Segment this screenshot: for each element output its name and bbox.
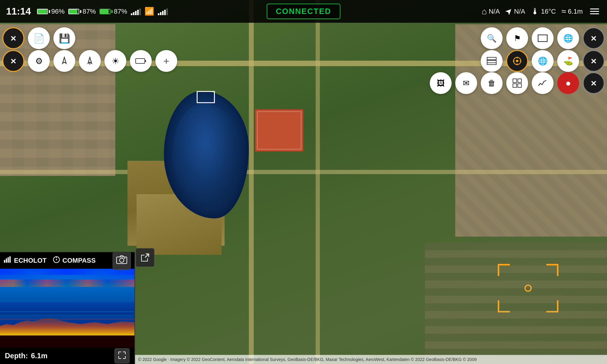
svg-point-24 [56, 259, 57, 260]
mail-button[interactable]: ✉ [455, 72, 477, 94]
battery-2-tip [80, 10, 81, 13]
temperature-icon: 🌡 [531, 6, 539, 16]
svg-point-27 [120, 258, 124, 262]
target-location-button[interactable] [506, 50, 528, 72]
close-button-1[interactable]: × [2, 27, 24, 49]
echolot-icon [4, 256, 12, 265]
signal-bar2-5 [166, 8, 168, 15]
brightness-button[interactable]: ☀ [104, 50, 126, 72]
settings-button[interactable]: ⚙ [28, 50, 50, 72]
attribution-bar: © 2022 Google · Imagery © 2022 GeoConten… [135, 355, 607, 364]
globe-2-button[interactable]: 🌐 [532, 50, 554, 72]
depth-label: Depth: [5, 352, 28, 360]
flag-button[interactable]: ⚑ [506, 27, 528, 49]
sonar-band-5 [0, 302, 134, 314]
expand-external-button[interactable] [136, 248, 154, 267]
signal-bar-2 [133, 12, 134, 15]
depth-value: 6.1m [568, 8, 583, 15]
svg-rect-8 [487, 63, 496, 65]
sonar-line-1 [0, 311, 134, 312]
echolot-side-buttons [136, 248, 154, 267]
home-icon: ⌂ [482, 7, 487, 16]
temperature-value: 16°C [541, 8, 556, 15]
location-value: N/A [514, 8, 525, 15]
new-document-button[interactable]: 📄 [28, 27, 50, 49]
svg-point-28 [124, 258, 125, 259]
golf-button[interactable]: ⛳ [557, 50, 579, 72]
battery-3-bar [100, 9, 110, 14]
close-button-right-1[interactable]: × [583, 27, 605, 49]
layers-button[interactable] [481, 50, 503, 72]
svg-line-37 [145, 254, 149, 258]
trash-button[interactable]: 🗑 [481, 72, 503, 94]
compass-label: COMPASS [63, 257, 96, 265]
echolot-footer: Depth: 6.1m [0, 348, 134, 364]
echolot-header: ECHOLOT COMPASS [0, 252, 134, 269]
battery-button[interactable] [130, 50, 152, 72]
search-button[interactable]: 🔍 [481, 27, 503, 49]
close-button-right-3[interactable]: × [583, 72, 605, 94]
bracket-corner-tr [546, 264, 558, 276]
status-bar: 11:14 96% 87% [0, 0, 607, 23]
battery-3-icon [100, 9, 113, 14]
battery-3-group: 87% [100, 8, 127, 15]
sonar-display [0, 269, 134, 348]
svg-rect-18 [518, 84, 521, 87]
navigate-2-button[interactable] [79, 50, 101, 72]
bracket-corner-tl [498, 264, 510, 276]
chart-button[interactable] [532, 72, 554, 94]
sonar-band-3 [0, 279, 134, 287]
add-button[interactable]: + [155, 50, 177, 72]
svg-rect-21 [8, 257, 9, 263]
svg-rect-19 [4, 260, 5, 263]
save-button[interactable]: 💾 [53, 27, 75, 49]
connected-label: CONNECTED [276, 7, 331, 16]
echolot-expand-button[interactable] [114, 348, 130, 363]
globe-button[interactable]: 🌐 [557, 27, 579, 49]
toolbar-row2-right: 🌐 ⛳ × [481, 50, 605, 72]
target-bracket [498, 264, 558, 312]
temperature-item: 🌡 16°C [531, 6, 556, 16]
echolot-camera-button[interactable] [113, 252, 131, 270]
svg-marker-0 [63, 57, 66, 63]
boat-marker [197, 91, 215, 103]
record-button[interactable]: ● [557, 72, 579, 94]
status-time: 11:14 [6, 6, 31, 17]
close-button-2[interactable]: × [2, 50, 24, 72]
svg-rect-5 [538, 35, 547, 42]
menu-button[interactable] [588, 7, 601, 16]
sonar-band-1 [0, 269, 134, 275]
sonar-line-2 [0, 316, 134, 316]
svg-rect-22 [9, 256, 11, 263]
photo-button[interactable]: 🖼 [430, 72, 452, 94]
signal-bar2-4 [164, 10, 166, 15]
svg-rect-4 [145, 60, 146, 62]
battery-2-fill [69, 9, 77, 14]
signal-bars-1 [131, 8, 141, 15]
svg-rect-17 [513, 84, 517, 87]
svg-rect-6 [487, 57, 496, 60]
location-icon: ➤ [503, 5, 515, 18]
svg-point-10 [516, 60, 518, 62]
hamburger-line-2 [590, 11, 599, 12]
echolot-label: ECHOLOT [14, 257, 47, 265]
road-vertical-2 [316, 0, 320, 364]
bracket-corner-bl [498, 300, 510, 312]
compass-tab[interactable]: COMPASS [53, 256, 96, 265]
connected-badge: CONNECTED [267, 4, 341, 19]
grid-button[interactable] [506, 72, 528, 94]
signal-bar-3 [135, 11, 137, 15]
close-button-right-2[interactable]: × [583, 50, 605, 72]
navigate-1-button[interactable] [53, 50, 75, 72]
battery-2-group: 87% [68, 8, 96, 15]
attribution-text: © 2022 Google · Imagery © 2022 GeoConten… [138, 357, 476, 362]
status-right: ⌂ N/A ➤ N/A 🌡 16°C ≈ 6.1m [482, 6, 601, 16]
bracket-center-circle [524, 285, 532, 292]
home-value: N/A [489, 8, 500, 15]
echolot-tab[interactable]: ECHOLOT [4, 256, 47, 265]
road-vertical-1 [249, 0, 254, 364]
bracket-corner-br [546, 300, 558, 312]
battery-2-label: 87% [83, 8, 96, 15]
rectangle-button[interactable] [532, 27, 554, 49]
battery-1-group: 96% [37, 8, 65, 15]
